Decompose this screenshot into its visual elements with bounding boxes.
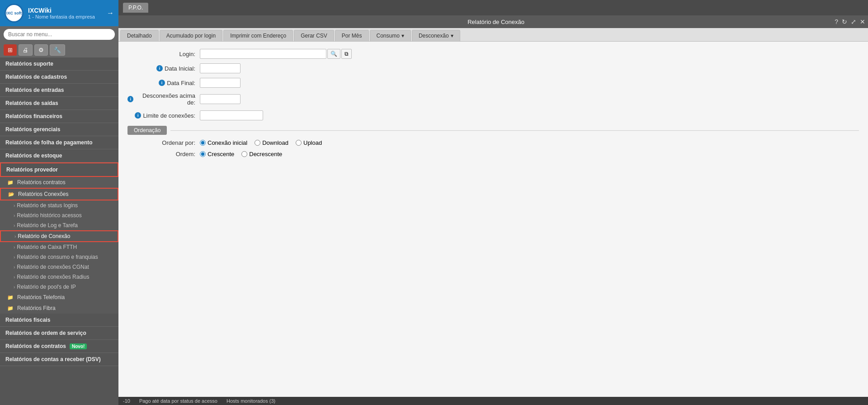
data-inicial-row: i Data Inicial:: [127, 63, 859, 73]
sidebar-item-rel-consumo-franquias[interactable]: › Relatório de consumo e franquias: [0, 252, 118, 262]
sidebar-item-rel-fibra[interactable]: 📁 Relatórios Fibra: [0, 303, 118, 314]
sidebar-item-rel-contratos[interactable]: 📁 Relatórios contratos: [0, 177, 118, 188]
data-final-input[interactable]: [200, 78, 241, 88]
sidebar-item-rel-fiscais[interactable]: Relatórios fiscais: [0, 314, 118, 327]
radio-crescente[interactable]: Crescente: [200, 151, 234, 157]
sidebar-item-rel-folha[interactable]: Relatórios de folha de pagamento: [0, 136, 118, 149]
tab-por-mes[interactable]: Por Mês: [335, 30, 369, 41]
limite-input[interactable]: [200, 110, 263, 120]
radio-conexao-inicial[interactable]: Conexão inicial: [200, 139, 247, 146]
folder-open-icon: 📂: [8, 191, 14, 197]
sidebar-item-rel-telefonia[interactable]: 📁 Relatórios Telefonia: [0, 292, 118, 303]
tab-gerar-csv[interactable]: Gerar CSV: [294, 30, 334, 41]
conexoes-items: › Relatório de status logins › Relatório…: [0, 200, 118, 292]
sidebar-item-rel-conexoes-radius[interactable]: › Relatório de conexões Radius: [0, 272, 118, 282]
limite-label: i Limite de conexões:: [127, 112, 200, 119]
sidebar-item-rel-conexoes-cgnat[interactable]: › Relatório de conexões CGNat: [0, 262, 118, 272]
sidebar-item-rel-pools-ip[interactable]: › Relatório de pool's de IP: [0, 282, 118, 292]
ordem-row: Ordem: Crescente Decrescente: [127, 151, 859, 157]
tools-button[interactable]: 🔧: [50, 44, 65, 56]
radio-upload[interactable]: Upload: [296, 139, 322, 146]
sidebar-item-rel-provedor[interactable]: Relatórios provedor: [0, 162, 118, 177]
provedor-group: 📁 Relatórios contratos 📂 Relatórios Cone…: [0, 177, 118, 314]
arrow-icon: ›: [14, 234, 16, 239]
radio-decrescente[interactable]: Decrescente: [241, 151, 282, 157]
novo-badge: Novo!: [70, 343, 87, 349]
arrow-icon: ›: [14, 275, 15, 280]
status-left: -10: [123, 398, 130, 404]
arrow-icon: ›: [14, 223, 15, 228]
sidebar-item-rel-ordem[interactable]: Relatórios de ordem de serviço: [0, 327, 118, 340]
sidebar-title-block: IXCWiki 1 - Nome fantasia da empresa: [28, 7, 102, 19]
ordenar-por-label: Ordenar por:: [127, 139, 200, 146]
status-bar: -10 Pago até data por status de acesso H…: [118, 397, 868, 405]
desconexoes-row: i Desconexões acima de:: [127, 92, 859, 106]
tab-consumo[interactable]: Consumo ▾: [370, 30, 411, 41]
data-final-label: i Data Final:: [127, 80, 200, 86]
ordem-label: Ordem:: [127, 151, 200, 157]
sidebar-item-rel-status-logins[interactable]: › Relatório de status logins: [0, 200, 118, 210]
help-button[interactable]: ?: [835, 18, 838, 25]
window-titlebar: Relatório de Conexão ? ↻ ⤢ ✕: [118, 15, 868, 28]
tab-desconexao[interactable]: Desconexão ▾: [412, 30, 460, 41]
ordenar-por-group: Conexão inicial Download Upload: [200, 139, 322, 146]
top-bar: P.P.O.: [118, 0, 868, 15]
tab-imprimir[interactable]: Imprimir com Endereço: [223, 30, 293, 41]
window-title: Relatório de Conexão: [157, 19, 835, 25]
top-tab-ppo[interactable]: P.P.O.: [123, 3, 148, 13]
sidebar-item-rel-financeiros[interactable]: Relatórios financeiros: [0, 110, 118, 123]
login-search-button[interactable]: 🔍: [327, 49, 340, 59]
sidebar-item-rel-conexao[interactable]: › Relatório de Conexão: [0, 230, 118, 242]
login-external-button[interactable]: ⧉: [341, 49, 352, 59]
settings-button[interactable]: ⚙: [34, 44, 48, 56]
sidebar-search-area: [0, 26, 118, 43]
print-button[interactable]: 🖨: [19, 44, 33, 56]
sidebar-item-rel-contas-receber[interactable]: Relatórios de contas a receber (DSV): [0, 353, 118, 366]
arrow-icon: ›: [14, 265, 15, 270]
app-name: IXCWiki: [28, 7, 102, 14]
login-row: Login: 🔍 ⧉: [127, 49, 859, 59]
sidebar-nav: Relatórios suporte Relatórios de cadastr…: [0, 57, 118, 405]
sidebar-item-rel-cadastros[interactable]: Relatórios de cadastros: [0, 71, 118, 84]
folder-icon-telefonia: 📁: [7, 295, 14, 300]
sidebar-item-rel-contratos2[interactable]: Relatórios de contratos Novo!: [0, 340, 118, 353]
search-input[interactable]: [4, 29, 115, 40]
tab-detalhado[interactable]: Detalhado: [120, 30, 159, 41]
section-divider-ordenacao: Ordenação: [127, 126, 859, 135]
main-content: P.P.O. Relatório de Conexão ? ↻ ⤢ ✕ Deta…: [118, 0, 868, 405]
folder-icon-fibra: 📁: [7, 305, 14, 311]
sidebar-item-rel-saidas[interactable]: Relatórios de saídas: [0, 97, 118, 110]
ordenar-por-row: Ordenar por: Conexão inicial Download Up…: [127, 139, 859, 146]
sidebar-arrow-icon[interactable]: →: [107, 9, 114, 17]
logo-text: IXC soft: [6, 11, 22, 15]
sidebar-item-rel-suporte[interactable]: Relatórios suporte: [0, 57, 118, 71]
radio-download[interactable]: Download: [255, 139, 288, 146]
data-inicial-label: i Data Inicial:: [127, 65, 200, 72]
login-input[interactable]: [200, 49, 326, 59]
sidebar-item-rel-estoque[interactable]: Relatórios de estoque: [0, 149, 118, 162]
info-icon: i: [156, 65, 163, 71]
sidebar-item-rel-gerenciais[interactable]: Relatórios gerenciais: [0, 123, 118, 136]
desconexoes-input[interactable]: [200, 94, 241, 104]
sidebar-toolbar: ⊞ 🖨 ⚙ 🔧: [0, 43, 118, 57]
home-button[interactable]: ⊞: [4, 44, 17, 56]
status-middle: Pago até data por status de acesso: [139, 398, 217, 404]
sidebar-item-rel-log-tarefa[interactable]: › Relatório de Log e Tarefa: [0, 220, 118, 230]
arrow-icon: ›: [14, 285, 15, 290]
sidebar-item-rel-conexoes[interactable]: 📂 Relatórios Conexões: [0, 188, 118, 200]
ordenacao-section-label: Ordenação: [127, 126, 167, 135]
data-final-row: i Data Final:: [127, 78, 859, 88]
resize-button[interactable]: ⤢: [851, 18, 856, 25]
info-icon: i: [135, 112, 141, 119]
arrow-icon: ›: [14, 245, 15, 250]
sidebar-item-rel-caixa-ftth[interactable]: › Relatório de Caixa FTTH: [0, 242, 118, 252]
info-icon: i: [127, 96, 133, 102]
sidebar-item-rel-historico-acessos[interactable]: › Relatório histórico acessos: [0, 210, 118, 220]
sidebar-item-rel-entradas[interactable]: Relatórios de entradas: [0, 84, 118, 97]
refresh-button[interactable]: ↻: [842, 18, 847, 25]
tab-acumulado[interactable]: Acumulado por login: [160, 30, 222, 41]
close-button[interactable]: ✕: [860, 18, 865, 25]
sidebar: IXC soft IXCWiki 1 - Nome fantasia da em…: [0, 0, 118, 405]
arrow-icon: ›: [14, 255, 15, 260]
data-inicial-input[interactable]: [200, 63, 241, 73]
